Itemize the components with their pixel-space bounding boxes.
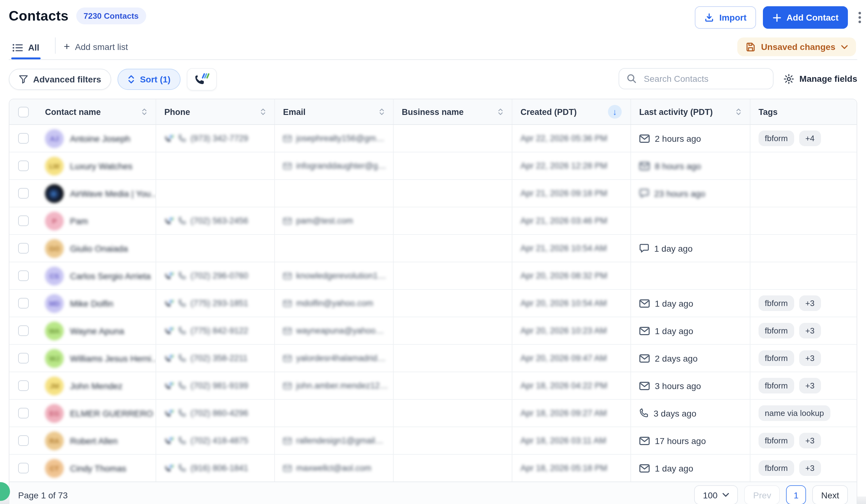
contact-name-cell[interactable]: MD Mike Dolfin [37,290,156,317]
table-row[interactable]: WA Wayne Apuna (775) 842-9122 wayneapuna… [9,317,857,344]
dialer-button[interactable] [187,68,217,91]
current-page-button[interactable]: 1 [786,485,806,504]
phone-dialer-icon[interactable] [164,354,174,362]
tag-pill[interactable]: fbform [758,295,794,311]
row-checkbox[interactable] [18,463,29,473]
row-checkbox[interactable] [18,215,29,226]
tag-pill[interactable]: fbform [758,433,794,448]
tag-pill[interactable]: +3 [799,460,821,476]
row-checkbox[interactable] [18,298,29,309]
table-row[interactable]: CS Carlos Sergio Arrieta (702) 296-0760 … [9,262,857,289]
contact-name-cell[interactable]: AirWave Media | You… [37,180,156,207]
table-row[interactable]: LW Luxury Watches infogranddaughter@g… [9,152,857,179]
sort-carets-icon[interactable] [498,108,503,115]
column-header-business-name[interactable]: Business name [393,99,512,124]
phone-dialer-icon[interactable] [164,381,174,390]
page-size-select[interactable]: 100 [694,485,738,504]
import-button[interactable]: Import [695,6,756,29]
tag-pill[interactable]: fbform [758,323,794,338]
phone-dialer-icon[interactable] [164,216,174,225]
phone-dialer-icon[interactable] [164,409,174,417]
manage-fields-button[interactable]: Manage fields [784,74,857,84]
table-row[interactable]: CT Cindy Thomas (916) 806-1841 maxwellct… [9,454,857,482]
tag-pill[interactable]: fbform [758,378,794,393]
advanced-filters-label: Advanced filters [33,74,101,84]
table-row[interactable]: P Pam (702) 563-2456 pam@test.com [9,207,857,234]
row-checkbox[interactable] [18,353,29,363]
phone-dialer-icon[interactable] [164,299,174,307]
table-row[interactable]: WJ Williams Jesus Herni… (702) 358-2211 … [9,344,857,372]
phone-dialer-icon[interactable] [164,326,174,335]
column-header-contact-name[interactable]: Contact name [37,99,156,124]
unsaved-changes-button[interactable]: Unsaved changes [737,37,856,56]
tag-pill[interactable]: +3 [799,433,821,448]
sort-carets-icon[interactable] [142,108,147,115]
phone-text: (916) 806-1841 [191,463,248,473]
add-contact-button[interactable]: Add Contact [763,6,848,29]
row-checkbox[interactable] [18,160,29,171]
tag-pill[interactable]: +3 [799,295,821,311]
sort-carets-icon[interactable] [379,108,384,115]
next-page-button[interactable]: Next [812,485,848,504]
business-name-cell [393,400,512,427]
contact-name-cell[interactable]: LW Luxury Watches [37,153,156,179]
phone-dialer-icon[interactable] [164,271,174,280]
contact-name-cell[interactable]: GO Giulio Onaiada [37,235,156,262]
row-checkbox[interactable] [18,408,29,418]
table-row[interactable]: AirWave Media | You… [9,179,857,207]
sort-carets-icon[interactable] [736,108,741,115]
contact-name-cell[interactable]: WA Wayne Apuna [37,317,156,344]
row-checkbox[interactable] [18,243,29,254]
row-checkbox[interactable] [18,435,29,446]
phone-dialer-icon[interactable] [164,436,174,445]
contact-name-cell[interactable]: EG ELMER GUERRERO [37,400,156,427]
phone-icon [178,354,186,362]
contact-name-cell[interactable]: CS Carlos Sergio Arrieta [37,262,156,289]
prev-page-button[interactable]: Prev [744,485,780,504]
phone-dialer-icon[interactable] [164,134,174,143]
tag-pill[interactable]: +3 [799,323,821,338]
row-checkbox[interactable] [18,380,29,391]
table-row[interactable]: GO Giulio Onaiada [9,234,857,262]
add-smart-list-button[interactable]: + Add smart list [64,41,128,52]
contact-name-cell[interactable]: JM John Mendez [37,372,156,399]
tag-pill[interactable]: fbform [758,460,794,476]
tag-pill[interactable]: +3 [799,350,821,366]
column-header-email[interactable]: Email [274,99,393,124]
row-checkbox[interactable] [18,188,29,199]
row-checkbox[interactable] [18,325,29,336]
business-name-cell [393,235,512,262]
tag-pill[interactable]: fbform [758,131,794,146]
tag-pill[interactable]: name via lookup [758,405,830,421]
column-header-created[interactable]: Created (PDT) ↓ [512,99,631,124]
contact-name-cell[interactable]: RA Robert Allen [37,427,156,454]
phone-cell: (973) 342-7729 [156,125,274,152]
row-checkbox[interactable] [18,270,29,281]
contact-name-cell[interactable]: CT Cindy Thomas [37,455,156,482]
table-row[interactable]: EG ELMER GUERRERO (702) 860-4296 [9,399,857,427]
row-checkbox[interactable] [18,133,29,144]
tag-pill[interactable]: fbform [758,350,794,366]
sort-desc-icon[interactable]: ↓ [608,105,622,119]
more-options-button[interactable] [856,9,864,26]
tag-pill[interactable]: +4 [799,131,821,146]
search-input[interactable] [643,73,766,84]
activity-call-icon [639,408,648,418]
sort-button[interactable]: Sort (1) [118,69,180,90]
select-all-checkbox[interactable] [18,107,29,117]
table-row[interactable]: MD Mike Dolfin (775) 293-1851 mdolfin@ya… [9,289,857,317]
column-header-phone[interactable]: Phone [156,99,274,124]
advanced-filters-button[interactable]: Advanced filters [9,69,111,90]
contact-name-cell[interactable]: WJ Williams Jesus Herni… [37,345,156,372]
table-row[interactable]: AJ Antoine Joseph (973) 342-7729 josephr… [9,125,857,152]
envelope-icon [283,437,292,444]
tab-all[interactable]: All [11,40,44,59]
table-row[interactable]: JM John Mendez (702) 981-9199 john.amber… [9,372,857,399]
table-row[interactable]: RA Robert Allen (702) 418-4875 rallendes… [9,427,857,454]
phone-dialer-icon[interactable] [164,464,174,472]
column-header-last-activity[interactable]: Last activity (PDT) [631,99,750,124]
contact-name-cell[interactable]: P Pam [37,208,156,234]
tag-pill[interactable]: +3 [799,378,821,393]
sort-carets-icon[interactable] [260,108,266,115]
contact-name-cell[interactable]: AJ Antoine Joseph [37,125,156,152]
